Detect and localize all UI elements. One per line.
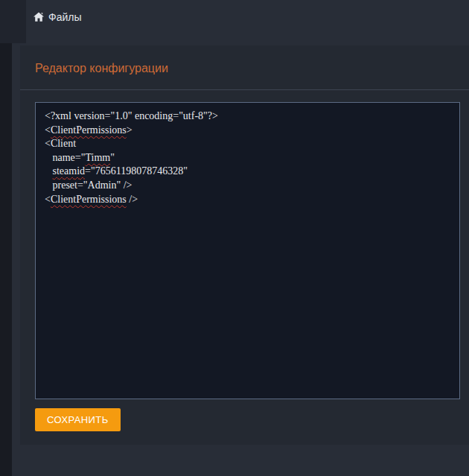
misspelled-word: Timm <box>85 152 110 163</box>
card-header: Редактор конфигурации <box>20 45 469 90</box>
editor-text: <?xml version="1.0" encoding="utf-8"?> <box>45 110 218 121</box>
card-body: <?xml version="1.0" encoding="utf-8"?><C… <box>20 90 469 431</box>
editor-text: > <box>127 124 133 136</box>
misspelled-word: ClientPermissions <box>51 194 127 205</box>
editor-line: <Client <box>45 137 450 151</box>
editor-text: <Client <box>45 138 76 149</box>
editor-text: /> <box>127 194 138 205</box>
misspelled-word: steamid <box>53 165 86 177</box>
misspelled-word: ClientPermissions <box>51 124 127 136</box>
home-icon <box>34 12 44 22</box>
sidebar-brand-block <box>0 0 26 43</box>
editor-text: preset="Admin" /> <box>45 180 132 191</box>
top-navbar: Файлы <box>26 0 469 34</box>
editor-line: <?xml version="1.0" encoding="utf-8"?> <box>45 110 450 124</box>
config-editor-card: Редактор конфигурации <?xml version="1.0… <box>20 45 469 445</box>
editor-text: < <box>45 124 51 136</box>
editor-line: name="Timm" <box>45 151 450 165</box>
collapsed-sidebar <box>0 0 12 476</box>
editor-line: steamid="76561198078746328" <box>45 165 450 179</box>
editor-text: ="76561198078746328" <box>85 165 188 177</box>
editor-text <box>45 165 53 177</box>
editor-line: <ClientPermissions /> <box>45 193 450 207</box>
editor-line: preset="Admin" /> <box>45 179 450 193</box>
editor-text: < <box>45 194 51 205</box>
editor-line: <ClientPermissions> <box>45 124 450 138</box>
breadcrumb-label[interactable]: Файлы <box>48 11 81 23</box>
page-title: Редактор конфигурации <box>35 60 454 76</box>
editor-text: name=" <box>45 152 85 163</box>
save-button[interactable]: СОХРАНИТЬ <box>35 408 121 431</box>
config-editor-textarea[interactable]: <?xml version="1.0" encoding="utf-8"?><C… <box>35 102 460 399</box>
breadcrumb[interactable]: Файлы <box>34 11 81 23</box>
editor-text: " <box>110 152 115 163</box>
